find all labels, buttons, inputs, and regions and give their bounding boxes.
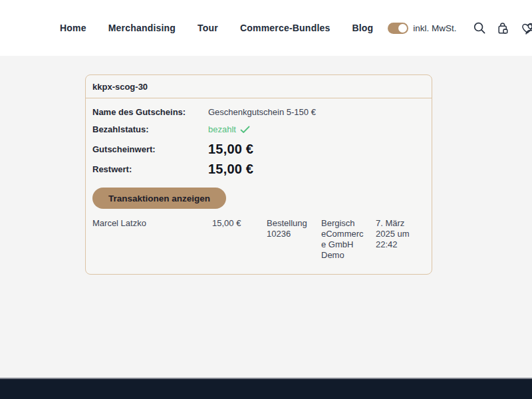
payment-status-badge: bezahlt [208,124,250,134]
transaction-amount: 15,00 € [212,218,267,261]
transaction-order: Bestellung 10236 [267,218,321,261]
field-label-name: Name des Gutscheins: [92,107,208,117]
nav-item-tour[interactable]: Tour [198,23,218,33]
voucher-value: 15,00 € [208,142,253,157]
account-icon[interactable] [523,21,532,36]
field-row-payment-status: Bezahlstatus: bezahlt [92,124,425,134]
remaining-value: 15,00 € [208,162,253,177]
voucher-card: kkpx-scog-30 Name des Gutscheins: Gesche… [85,74,432,275]
check-icon [240,126,250,134]
transaction-company: Bergisch eCommerce GmbH Demo [321,218,376,261]
transaction-date: 7. März 2025 um 22:42 [376,218,425,261]
field-label-payment-status: Bezahlstatus: [92,124,208,134]
nav-item-home[interactable]: Home [60,23,86,33]
payment-status-text: bezahlt [208,124,236,134]
field-row-name: Name des Gutscheins: Geschenkgutschein 5… [92,107,425,117]
vat-toggle-label: inkl. MwSt. [413,23,456,33]
search-icon[interactable] [473,21,486,35]
shopping-bag-icon[interactable] [497,21,510,35]
main-content: kkpx-scog-30 Name des Gutscheins: Gesche… [0,56,532,378]
top-navigation-bar: Home Merchandising Tour Commerce-Bundles… [0,0,532,56]
vat-toggle-knob [398,24,407,33]
field-row-voucher-value: Gutscheinwert: 15,00 € [92,142,425,157]
transaction-row: Marcel Latzko 15,00 € Bestellung 10236 B… [92,218,425,261]
vat-toggle[interactable] [388,23,408,34]
header-actions: inkl. MwSt. P 1660 [388,20,532,37]
nav-item-blog[interactable]: Blog [352,23,373,33]
voucher-card-body: Name des Gutscheins: Geschenkgutschein 5… [86,98,432,274]
voucher-code: kkpx-scog-30 [92,82,148,92]
field-label-voucher-value: Gutscheinwert: [92,144,208,154]
nav-item-merchandising[interactable]: Merchandising [108,23,176,33]
field-row-remaining-value: Restwert: 15,00 € [92,162,425,177]
transaction-customer-name: Marcel Latzko [92,218,212,261]
voucher-card-header: kkpx-scog-30 [86,75,432,98]
field-label-remaining-value: Restwert: [92,164,208,174]
field-value-name: Geschenkgutschein 5-150 € [208,107,316,117]
page-footer [0,378,532,399]
nav-item-commerce-bundles[interactable]: Commerce-Bundles [240,23,330,33]
main-nav: Home Merchandising Tour Commerce-Bundles… [60,23,373,33]
show-transactions-button[interactable]: Transaktionen anzeigen [92,188,226,209]
